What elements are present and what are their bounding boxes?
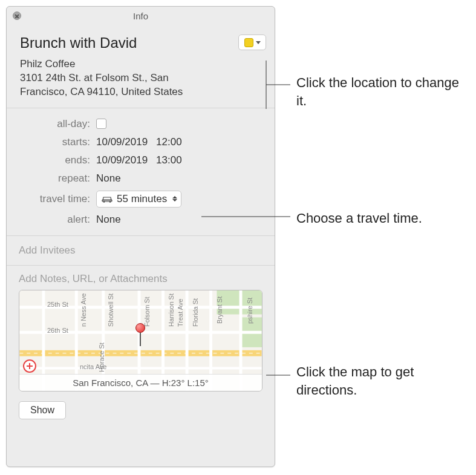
invitees-field[interactable]: Add Invitees xyxy=(7,236,275,266)
repeat-label: repeat: xyxy=(7,172,96,185)
hospital-icon xyxy=(23,359,36,373)
svg-point-1 xyxy=(103,201,105,203)
event-location[interactable]: Philz Coffee 3101 24th St. at Folsom St.… xyxy=(20,57,265,99)
start-date[interactable]: 10/09/2019 xyxy=(96,136,148,148)
end-time[interactable]: 13:00 xyxy=(156,154,182,166)
street-label: Shotwell St xyxy=(107,293,114,327)
travel-time-value: 55 minutes xyxy=(117,193,167,205)
travel-time-select[interactable]: 55 minutes xyxy=(96,191,181,208)
allday-checkbox[interactable] xyxy=(96,119,106,129)
ends-label: ends: xyxy=(7,154,96,166)
callout-location: Click the location to change it. xyxy=(296,74,472,110)
header: Brunch with David Philz Coffee 3101 24th… xyxy=(7,25,275,108)
end-date[interactable]: 10/09/2019 xyxy=(96,154,148,166)
street-label: Horace St xyxy=(98,342,105,372)
callout-map: Click the map to get directions. xyxy=(296,363,472,399)
address-line-2: Francisco, CA 94110, United States xyxy=(20,85,265,99)
location-name: Philz Coffee xyxy=(20,57,265,71)
street-label: Treat Ave xyxy=(177,298,184,326)
titlebar: Info xyxy=(7,7,275,25)
event-info-panel: Info Brunch with David Philz Coffee 3101… xyxy=(6,6,275,467)
starts-label: starts: xyxy=(7,136,96,148)
street-label: Florida St xyxy=(192,298,199,327)
street-label: 26th St xyxy=(47,327,68,334)
street-label: n Ness Ave xyxy=(80,293,87,326)
fields-section: all-day: starts: 10/09/2019 12:00 ends: … xyxy=(7,108,275,236)
calendar-color-picker[interactable] xyxy=(238,34,266,50)
callouts: Click the location to change it. Choose … xyxy=(278,6,472,466)
start-time[interactable]: 12:00 xyxy=(156,136,182,148)
stepper-icon xyxy=(171,196,178,201)
map-pin-icon xyxy=(135,323,145,346)
alert-value[interactable]: None xyxy=(96,214,121,226)
map-preview[interactable]: 25th St 26th St n Ness Ave Shotwell St F… xyxy=(19,290,262,391)
street-label: Harrison St xyxy=(168,293,175,327)
street-label: Bryant St xyxy=(216,296,223,324)
repeat-value[interactable]: None xyxy=(96,172,121,185)
footer: Show xyxy=(7,391,275,429)
alert-label: alert: xyxy=(7,214,96,226)
window-title: Info xyxy=(7,11,275,21)
svg-point-2 xyxy=(109,201,111,203)
callout-travel: Choose a travel time. xyxy=(296,209,422,228)
close-icon[interactable] xyxy=(13,11,21,20)
event-title[interactable]: Brunch with David xyxy=(20,34,265,51)
travel-label: travel time: xyxy=(7,193,96,205)
car-icon xyxy=(102,195,112,203)
color-swatch-icon xyxy=(244,38,253,47)
address-line-1: 3101 24th St. at Folsom St., San xyxy=(20,71,265,85)
street-label: Folsom St xyxy=(143,296,151,327)
weather-bar: San Francisco, CA — H:23° L:15° xyxy=(19,374,262,391)
allday-label: all-day: xyxy=(7,118,96,130)
chevron-down-icon xyxy=(256,41,261,44)
street-label: pshire St xyxy=(246,297,253,323)
show-button[interactable]: Show xyxy=(19,401,66,419)
notes-field[interactable]: Add Notes, URL, or Attachments xyxy=(19,273,262,290)
street-label: 25th St xyxy=(47,301,68,308)
